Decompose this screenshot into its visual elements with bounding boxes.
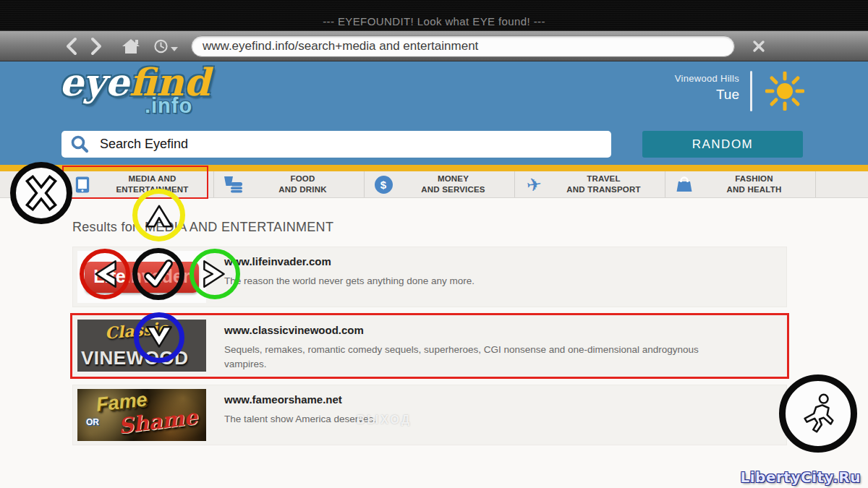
plane-icon: ✈ bbox=[515, 174, 553, 195]
gold-divider-stripe bbox=[0, 165, 868, 171]
result-url[interactable]: www.lifeinvader.com bbox=[224, 255, 475, 267]
tab-label-line2: AND HEALTH bbox=[703, 184, 805, 195]
libertycity-watermark: LibertyCity.Ru bbox=[741, 468, 861, 486]
weather-location: Vinewood Hills bbox=[675, 73, 739, 84]
close-button[interactable] bbox=[746, 35, 771, 57]
home-button[interactable] bbox=[119, 35, 143, 57]
random-button[interactable]: RANDOM bbox=[642, 131, 803, 158]
back-arrow-icon bbox=[64, 37, 80, 56]
tab-label-line1: TRAVEL bbox=[553, 174, 655, 184]
search-icon bbox=[70, 134, 90, 154]
top-status-bar: --- EYEFOUNDIT! Look what EYE found! --- bbox=[0, 0, 868, 30]
result-description: Sequels, remakes, romantic comedy sequel… bbox=[224, 343, 738, 372]
weather-divider bbox=[750, 71, 752, 111]
result-description: The reason the world never gets anything… bbox=[224, 274, 475, 288]
fameorshame-thumbnail: Fame OR Shame bbox=[77, 389, 206, 441]
gamepad-dpad-right-icon bbox=[190, 249, 240, 299]
result-url[interactable]: www.classicvinewood.com bbox=[224, 324, 738, 336]
close-icon bbox=[752, 39, 766, 53]
gamepad-confirm-check-icon bbox=[132, 248, 184, 300]
gamepad-run-sprint-icon bbox=[779, 374, 857, 453]
marquee-text: --- EYEFOUNDIT! Look what EYE found! --- bbox=[323, 15, 545, 27]
gamepad-dpad-down-icon bbox=[134, 312, 184, 363]
category-tab-bar: MEDIA AND ENTERTAINMENT FOOD AND DRINK $… bbox=[0, 171, 868, 198]
search-input[interactable]: Search Eyefind bbox=[61, 131, 611, 158]
gamepad-dpad-left-icon bbox=[80, 249, 130, 299]
result-description: The talent show America deserves. bbox=[224, 412, 376, 427]
tab-money-and-services[interactable]: $ MONEY AND SERVICES bbox=[365, 171, 515, 197]
weather-widget: Vinewood Hills Tue bbox=[675, 73, 739, 103]
tab-travel-and-transport[interactable]: ✈ TRAVEL AND TRANSPORT bbox=[515, 171, 665, 197]
dollar-icon: $ bbox=[365, 176, 402, 194]
sun-weather-icon bbox=[765, 72, 804, 114]
gamepad-x-button-icon bbox=[10, 162, 72, 224]
faint-overlay-watermark: ВЫХОД bbox=[357, 414, 412, 427]
result-url[interactable]: www.fameorshame.net bbox=[224, 393, 376, 406]
history-dropdown-caret bbox=[171, 47, 178, 51]
eyefind-logo[interactable]: eyefind .info bbox=[59, 61, 210, 118]
forward-button[interactable] bbox=[84, 35, 109, 57]
address-bar[interactable]: www.eyefind.info/search+media and entert… bbox=[191, 35, 735, 57]
result-row-fameorshame[interactable]: Fame OR Shame www.fameorshame.net The ta… bbox=[72, 385, 787, 445]
logo-eye: eye bbox=[59, 60, 129, 104]
tab-label-line2: AND SERVICES bbox=[402, 184, 504, 195]
forward-arrow-icon bbox=[88, 37, 104, 56]
bag-icon bbox=[665, 175, 703, 194]
home-icon bbox=[122, 38, 140, 55]
results-heading: Results for: MEDIA AND ENTERTAINMENT bbox=[72, 220, 868, 235]
browser-toolbar: www.eyefind.info/search+media and entert… bbox=[0, 30, 868, 61]
back-button[interactable] bbox=[59, 35, 84, 57]
tab-label-line1: MONEY bbox=[402, 174, 504, 184]
search-row: Search Eyefind RANDOM bbox=[61, 131, 803, 158]
history-button[interactable] bbox=[153, 35, 178, 57]
tab-food-and-drink[interactable]: FOOD AND DRINK bbox=[214, 171, 365, 197]
address-text: www.eyefind.info/search+media and entert… bbox=[203, 39, 478, 53]
tab-label-line2: AND DRINK bbox=[252, 184, 354, 195]
search-placeholder-text: Search Eyefind bbox=[100, 137, 188, 152]
tab-media-and-entertainment[interactable]: MEDIA AND ENTERTAINMENT bbox=[64, 171, 214, 197]
gamepad-dpad-up-icon bbox=[132, 189, 185, 241]
site-header: eyefind .info Vinewood Hills Tue Search … bbox=[0, 61, 868, 165]
tab-fashion-and-health[interactable]: FASHION AND HEALTH bbox=[665, 171, 816, 197]
history-clock-icon bbox=[153, 38, 169, 55]
tab-label-line1: MEDIA AND bbox=[101, 174, 203, 184]
tab-label-line1: FOOD bbox=[252, 174, 354, 184]
weather-day: Tue bbox=[675, 87, 739, 103]
tab-label-line1: FASHION bbox=[703, 174, 805, 184]
results-page: Results for: MEDIA AND ENTERTAINMENT Lif… bbox=[0, 220, 868, 445]
tab-label-line2: AND TRANSPORT bbox=[553, 184, 655, 195]
food-icon bbox=[214, 175, 252, 194]
